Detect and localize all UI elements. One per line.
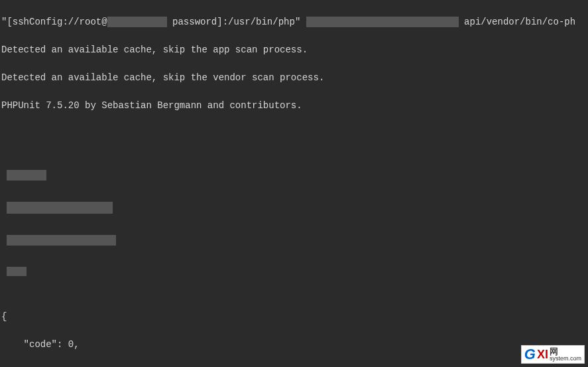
cmd-mid1: password]:/usr/bin/php" <box>172 17 306 27</box>
json-open: { <box>1 310 587 324</box>
redacted-block-3 <box>7 235 116 246</box>
cmd-prefix: "[sshConfig://root@ <box>1 17 107 27</box>
redacted-host <box>107 17 167 27</box>
watermark-g: G <box>524 347 536 362</box>
watermark: GXI 网 system.com <box>521 345 585 364</box>
cmd-mid2: api/vendor/bin/co-ph <box>464 17 575 27</box>
redacted-section <box>1 155 587 296</box>
terminal-output: "[sshConfig://root@ password]:/usr/bin/p… <box>1 1 587 367</box>
output-cache-vendor: Detected an available cache, skip the ve… <box>1 71 587 85</box>
watermark-text: 网 system.com <box>550 347 581 362</box>
redacted-block-1 <box>7 170 46 181</box>
watermark-url: system.com <box>550 356 581 362</box>
redacted-block-2 <box>7 202 113 214</box>
blank-line <box>1 127 587 141</box>
json-code: "code": 0, <box>1 338 587 352</box>
output-phpunit: PHPUnit 7.5.20 by Sebastian Bergmann and… <box>1 99 587 113</box>
output-cache-app: Detected an available cache, skip the ap… <box>1 43 587 57</box>
redacted-block-4 <box>7 267 27 276</box>
redacted-path <box>306 17 459 27</box>
watermark-xi: XI <box>537 348 548 360</box>
command-line: "[sshConfig://root@ password]:/usr/bin/p… <box>1 15 587 29</box>
